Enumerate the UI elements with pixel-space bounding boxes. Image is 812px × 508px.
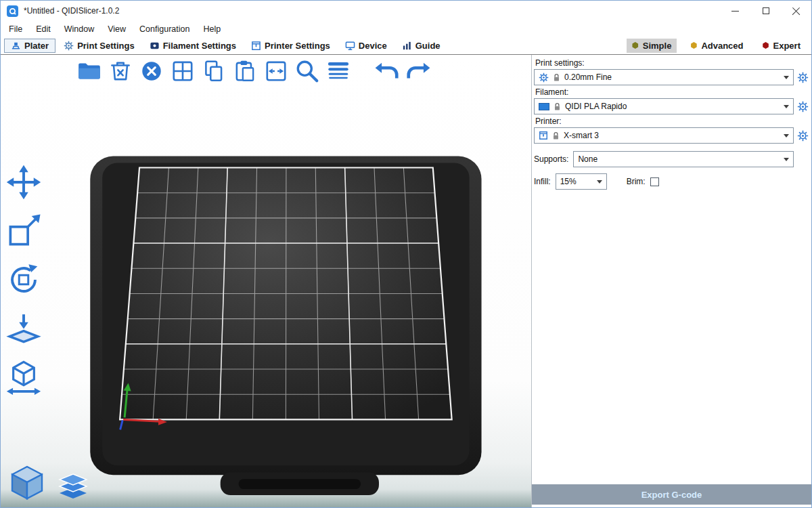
delete-icon[interactable]: [108, 58, 133, 84]
variable-layer-height-icon[interactable]: [325, 58, 351, 84]
tab-filament-settings[interactable]: Filament Settings: [143, 39, 243, 53]
supports-value: None: [578, 154, 597, 164]
brim-label: Brim:: [627, 177, 646, 186]
filament-select[interactable]: QIDI PLA Rapido: [534, 98, 794, 114]
place-on-face-icon[interactable]: [5, 310, 43, 347]
mode-switcher: Simple Advanced Expert: [627, 39, 806, 53]
menu-bar: File Edit Window View Configuration Help: [1, 21, 811, 37]
print-settings-label: Print settings:: [535, 58, 809, 68]
infill-select[interactable]: 15%: [556, 173, 607, 190]
tab-label: Printer Settings: [265, 41, 330, 51]
menu-item-configuration[interactable]: Configuration: [133, 22, 196, 36]
chevron-down-icon: [784, 105, 789, 108]
close-button-icon[interactable]: [781, 1, 811, 21]
filament-value: QIDI PLA Rapido: [565, 102, 627, 111]
printer-label: Printer:: [535, 117, 809, 126]
gizmo-toolbar: [5, 163, 43, 396]
rotate-icon[interactable]: [5, 261, 43, 299]
edit-filament-gear-icon[interactable]: [797, 101, 809, 112]
minimize-button-icon[interactable]: [720, 1, 750, 21]
print-settings-select[interactable]: 0.20mm Fine: [534, 69, 794, 85]
printer-icon: [539, 131, 548, 140]
scale-icon[interactable]: [5, 212, 43, 250]
tab-label: Filament Settings: [163, 41, 236, 51]
menu-item-file[interactable]: File: [2, 22, 29, 36]
supports-label: Supports:: [534, 154, 568, 164]
redo-icon[interactable]: [405, 58, 431, 84]
lock-icon: [553, 73, 560, 82]
tab-guide[interactable]: Guide: [395, 39, 447, 53]
chevron-down-icon: [784, 76, 789, 79]
printer-value: X-smart 3: [564, 131, 599, 140]
lock-icon: [554, 102, 561, 111]
tab-label: Device: [359, 41, 387, 51]
supports-select[interactable]: None: [573, 151, 794, 167]
chevron-down-icon: [784, 134, 789, 137]
printer-select[interactable]: X-smart 3: [534, 127, 794, 144]
delete-all-icon[interactable]: [139, 58, 164, 84]
menu-item-view[interactable]: View: [101, 22, 133, 36]
tab-plater[interactable]: Plater: [4, 39, 55, 53]
tab-print-settings[interactable]: Print Settings: [57, 39, 141, 53]
infill-value: 15%: [560, 177, 577, 186]
arrange-icon[interactable]: [170, 58, 196, 84]
copy-icon[interactable]: [201, 58, 227, 84]
3d-viewport[interactable]: [1, 55, 531, 507]
split-icon[interactable]: [263, 58, 289, 84]
tab-printer-settings[interactable]: Printer Settings: [244, 39, 337, 53]
paste-icon[interactable]: [232, 58, 258, 84]
app-logo-icon: [7, 5, 18, 17]
settings-sidebar: Print settings: 0.20mm Fine Filament: QI…: [531, 55, 811, 507]
3d-editor-icon[interactable]: [7, 463, 47, 503]
edit-printer-gear-icon[interactable]: [797, 130, 809, 142]
mode-label: Advanced: [701, 41, 743, 51]
mode-advanced[interactable]: Advanced: [685, 39, 748, 53]
filament-label: Filament:: [535, 87, 809, 97]
search-icon[interactable]: [294, 58, 320, 84]
plater-toolbar: [76, 58, 431, 84]
edit-print-settings-gear-icon[interactable]: [797, 72, 809, 83]
tab-label: Plater: [24, 41, 49, 51]
infill-label: Infill:: [534, 177, 551, 186]
preview-icon[interactable]: [57, 470, 89, 503]
mode-label: Simple: [643, 41, 672, 51]
tab-label: Guide: [415, 41, 441, 51]
chevron-down-icon: [784, 158, 789, 161]
app-window: *Untitled - QIDISlicer-1.0.2 File Edit W…: [0, 0, 812, 508]
gear-icon: [539, 72, 549, 83]
simple-mode-dot-icon: [632, 42, 639, 49]
gear-icon: [64, 41, 74, 51]
print-settings-value: 0.20mm Fine: [564, 72, 612, 82]
mode-simple[interactable]: Simple: [627, 39, 677, 53]
mode-expert[interactable]: Expert: [757, 39, 806, 53]
printer-icon: [251, 41, 261, 51]
brim-checkbox[interactable]: [650, 177, 659, 186]
tab-bar: Plater Print Settings Filament Settings …: [1, 37, 811, 55]
tab-label: Print Settings: [77, 41, 135, 51]
cut-icon[interactable]: [5, 358, 43, 396]
device-icon: [345, 41, 355, 51]
guide-icon: [402, 41, 412, 51]
expert-mode-dot-icon: [763, 42, 769, 49]
menu-item-edit[interactable]: Edit: [29, 22, 58, 36]
lock-icon: [552, 131, 560, 140]
open-icon[interactable]: [76, 58, 102, 84]
view-toggle-bar: [7, 463, 89, 503]
title-bar: *Untitled - QIDISlicer-1.0.2: [1, 1, 811, 21]
move-icon[interactable]: [5, 163, 43, 201]
maximize-button-icon[interactable]: [750, 1, 781, 21]
filament-icon: [150, 41, 160, 51]
build-plate-3d-scene[interactable]: [1, 55, 531, 507]
menu-item-window[interactable]: Window: [58, 22, 101, 36]
window-title: *Untitled - QIDISlicer-1.0.2: [24, 6, 119, 16]
plater-icon: [11, 41, 21, 51]
mode-label: Expert: [773, 41, 800, 51]
export-gcode-button[interactable]: Export G-code: [532, 484, 811, 505]
menu-item-help[interactable]: Help: [196, 22, 227, 36]
advanced-mode-dot-icon: [690, 42, 697, 49]
chevron-down-icon: [597, 180, 602, 184]
undo-icon[interactable]: [374, 58, 400, 84]
tab-device[interactable]: Device: [338, 39, 394, 53]
filament-color-swatch: [539, 103, 549, 110]
